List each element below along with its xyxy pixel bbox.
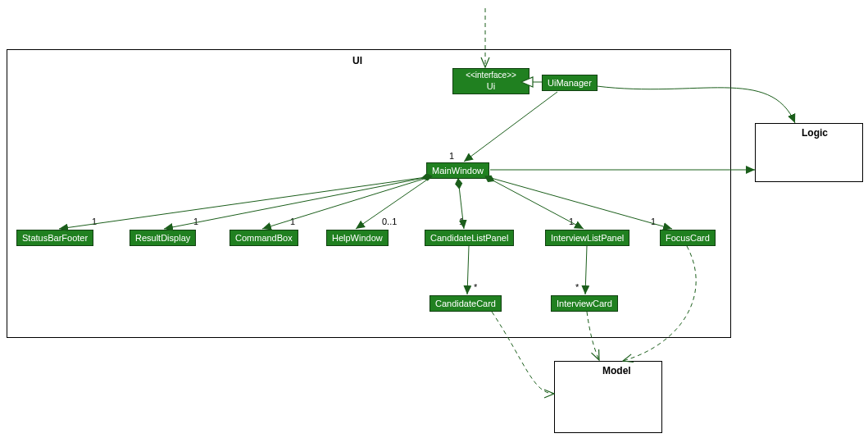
svg-line-10 [485, 176, 672, 229]
svg-line-2 [464, 92, 557, 162]
svg-line-11 [467, 246, 469, 294]
svg-line-12 [585, 246, 587, 294]
svg-line-6 [262, 176, 432, 229]
svg-line-8 [458, 179, 464, 229]
svg-line-5 [164, 176, 432, 229]
svg-line-9 [485, 176, 584, 229]
diagram-connectors [0, 0, 868, 438]
svg-line-4 [59, 176, 432, 229]
